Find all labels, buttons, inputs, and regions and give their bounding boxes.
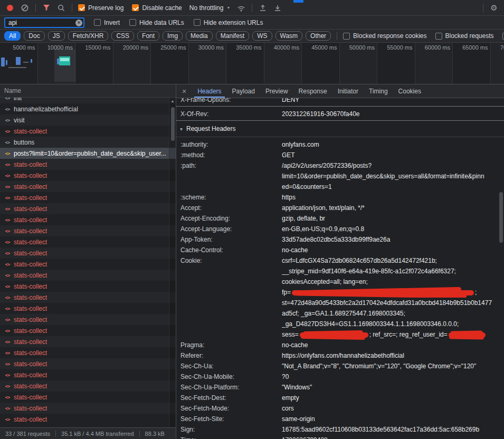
throttling-dropdown[interactable]: No throttling ▼ — [186, 3, 234, 13]
checkbox-box[interactable] — [132, 4, 139, 11]
invert-checkbox[interactable]: Invert — [94, 19, 120, 26]
request-row[interactable]: <>stats-collect — [0, 126, 176, 137]
close-details-button[interactable]: × — [176, 87, 192, 96]
preserve-log-checkbox[interactable]: Preserve log — [78, 4, 123, 12]
request-row[interactable]: <>stats-collect — [0, 414, 176, 425]
request-row[interactable]: <>stats-collect — [0, 303, 176, 314]
file-type-icon: <> — [4, 184, 11, 189]
section-divider — [176, 106, 504, 107]
hide-extension-urls-checkbox[interactable]: Hide extension URLs — [194, 19, 263, 26]
tab-payload[interactable]: Payload — [227, 84, 260, 98]
upload-icon — [259, 4, 267, 12]
header-value-text: limit=10&order=publish_date_desc&skip_us… — [282, 173, 484, 180]
tab-response[interactable]: Response — [293, 84, 332, 98]
filter-input[interactable] — [4, 17, 84, 28]
request-row[interactable]: <>stats-collect — [0, 314, 176, 325]
hide-data-urls-checkbox[interactable]: Hide data URLs — [129, 19, 184, 26]
request-row[interactable]: <>stats-collect — [0, 236, 176, 247]
header-row: :method:GET — [176, 150, 504, 160]
request-row[interactable]: <>stats-collect — [0, 347, 176, 358]
request-row[interactable]: <>stats-collect — [0, 192, 176, 203]
search-button[interactable] — [54, 2, 68, 14]
toolbar-divider — [483, 4, 483, 12]
request-row[interactable]: <>stats-collect — [0, 369, 176, 380]
request-row[interactable]: <>stats-collect — [0, 281, 176, 292]
request-row[interactable]: <>stats-collect — [0, 358, 176, 369]
header-value: 33d57ade8c02dbc5a333db99ff9ae26a — [282, 234, 496, 245]
tab-headers[interactable]: Headers — [192, 84, 226, 98]
checkbox-box[interactable] — [194, 19, 201, 26]
request-row[interactable]: <>stats-collect — [0, 403, 176, 414]
header-name: Sec-Fetch-Site: — [180, 414, 282, 424]
type-chip-other[interactable]: Other — [306, 31, 331, 41]
overview-strip[interactable]: 5000 ms10000 ms15000 ms20000 ms25000 ms3… — [0, 43, 504, 84]
request-row[interactable]: <>stats-collect — [0, 159, 176, 170]
details-scrollbar[interactable] — [498, 98, 504, 439]
export-har-button[interactable] — [271, 2, 284, 14]
network-conditions-button[interactable] — [234, 2, 248, 14]
request-row[interactable]: <>stats-collect — [0, 170, 176, 181]
request-row[interactable]: <>stats-collect — [0, 325, 176, 336]
checkbox-blocked-response-cookies[interactable]: Blocked response cookies — [343, 32, 426, 40]
type-chip-js[interactable]: JS — [48, 31, 65, 41]
checkbox-box[interactable] — [435, 33, 442, 40]
request-row[interactable]: <>stats-collect — [0, 270, 176, 281]
request-headers-section-header[interactable]: ▾ Request Headers — [176, 123, 504, 135]
type-chip-ws[interactable]: WS — [252, 31, 272, 41]
type-chip-manifest[interactable]: Manifest — [216, 31, 249, 41]
request-row[interactable]: <>hannahelizabethofficial — [0, 103, 176, 114]
request-row[interactable]: <>stats-collect — [0, 181, 176, 192]
request-row[interactable]: <>stats-collect — [0, 203, 176, 214]
request-row[interactable]: <>buttons — [0, 137, 176, 148]
record-button[interactable] — [3, 2, 17, 14]
checkbox-box[interactable] — [94, 19, 101, 26]
request-row[interactable]: <>stats-collect — [0, 292, 176, 303]
header-row: Sec-Fetch-Site:same-origin — [176, 414, 504, 424]
request-list-scrollbar[interactable]: ▲ — [169, 98, 176, 427]
request-row[interactable]: <>init — [0, 98, 176, 103]
header-row: Sec-Fetch-Mode:cors — [176, 403, 504, 414]
header-value-text: application/json, text/plain, */* — [282, 204, 365, 212]
request-row[interactable]: <>stats-collect — [0, 392, 176, 403]
request-row[interactable]: <>stats-collect — [0, 259, 176, 270]
checkbox-3rd-party-requests[interactable]: 3rd-party requests — [502, 32, 504, 40]
tab-initiator[interactable]: Initiator — [332, 84, 364, 98]
clear-filter-icon[interactable]: ✕ — [75, 20, 82, 26]
checkbox-blocked-requests[interactable]: Blocked requests — [435, 32, 494, 40]
checkbox-box[interactable] — [129, 19, 136, 26]
type-chip-media[interactable]: Media — [186, 31, 213, 41]
checkbox-box[interactable] — [502, 33, 504, 40]
devtools-settings-button[interactable]: ⚙ — [487, 2, 501, 14]
import-har-button[interactable] — [256, 2, 270, 14]
checkbox-box[interactable] — [343, 33, 350, 40]
request-row[interactable]: <>posts?limit=10&order=publish_date_desc… — [0, 148, 176, 159]
checkbox-box[interactable] — [78, 4, 85, 11]
scrollbar-thumb[interactable] — [171, 107, 175, 141]
request-row[interactable]: <>stats-collect — [0, 336, 176, 347]
tab-preview[interactable]: Preview — [260, 84, 293, 98]
type-chip-doc[interactable]: Doc — [24, 31, 44, 41]
request-row[interactable]: <>stats-collect — [0, 247, 176, 259]
type-chip-all[interactable]: All — [4, 31, 21, 41]
type-chip-font[interactable]: Font — [137, 31, 159, 41]
type-chip-img[interactable]: Img — [163, 31, 183, 41]
tab-cookies[interactable]: Cookies — [393, 84, 426, 98]
type-chip-css[interactable]: CSS — [111, 31, 134, 41]
header-value: en-GB,en-US;q=0.9,en;q=0.8 — [282, 224, 496, 234]
filter-toggle-button[interactable] — [40, 2, 53, 14]
disable-cache-checkbox[interactable]: Disable cache — [132, 4, 182, 12]
header-row: Sec-Ch-Ua-Mobile:?0 — [176, 371, 504, 382]
request-row[interactable]: <>stats-collect — [0, 380, 176, 392]
scroll-up-icon[interactable]: ▲ — [169, 98, 176, 105]
tab-timing[interactable]: Timing — [364, 84, 393, 98]
type-chip-fetch-xhr[interactable]: Fetch/XHR — [68, 31, 109, 41]
request-row[interactable]: <>visit — [0, 114, 176, 126]
clear-log-button[interactable] — [18, 2, 32, 14]
type-chip-wasm[interactable]: Wasm — [275, 31, 303, 41]
header-name: :path: — [180, 160, 282, 192]
scrollbar-thumb[interactable] — [499, 192, 503, 243]
overview-activity-bar — [31, 59, 32, 63]
request-row[interactable]: <>stats-collect — [0, 225, 176, 236]
request-row[interactable]: <>stats-collect — [0, 214, 176, 225]
name-column-header[interactable]: Name — [0, 84, 176, 98]
